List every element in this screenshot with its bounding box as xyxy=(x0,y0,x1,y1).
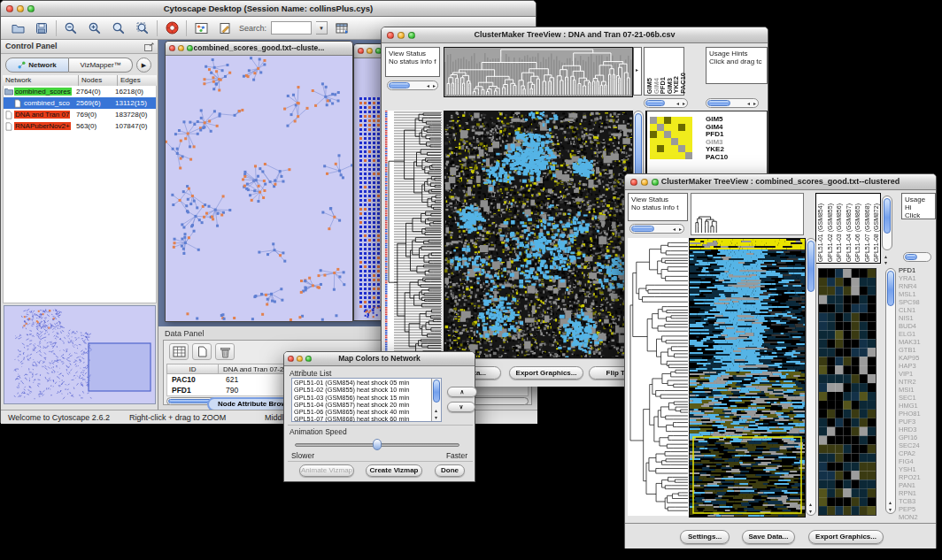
gene-label[interactable]: KAP95 xyxy=(899,354,937,362)
column-label[interactable]: GPL51-01 (GSM854) xyxy=(817,203,823,262)
close-button[interactable] xyxy=(288,356,294,362)
network-row[interactable]: DNA and Tran 07 769(0) 183728(0) xyxy=(4,109,156,120)
attribute-item[interactable]: GPL51-06 (GSM865) heat shock 40 min xyxy=(294,409,430,416)
minimize-button[interactable] xyxy=(641,179,648,186)
scroll-up-arrow[interactable]: ▴ xyxy=(889,500,892,505)
gene-label[interactable]: YRA1 xyxy=(899,274,937,282)
gene-label[interactable]: RPN1 xyxy=(899,489,937,497)
scroll-down-arrow[interactable]: ▾ xyxy=(884,260,887,265)
move-up-button[interactable]: ∧ xyxy=(447,387,477,397)
zoom-selected-button[interactable] xyxy=(133,19,152,37)
network-window-titlebar[interactable]: combined_scores_good.txt--cluste... xyxy=(166,42,352,56)
scroll-left-arrow[interactable]: ◂ xyxy=(747,101,750,106)
gene-label[interactable]: GTB1 xyxy=(899,346,937,354)
scroll-up-arrow[interactable]: ▴ xyxy=(884,254,887,259)
zoom-window-button[interactable] xyxy=(652,179,659,186)
label-vscrollbar[interactable] xyxy=(882,196,892,250)
search-input[interactable] xyxy=(271,21,312,35)
attribute-list[interactable]: GPL51-01 (GSM854) heat shock 05 minGPL51… xyxy=(291,378,442,422)
detail-vscrollbar[interactable]: ▴ ▾ xyxy=(885,268,896,514)
row-dendrogram[interactable] xyxy=(385,111,442,357)
annotation-button[interactable] xyxy=(215,19,235,37)
treeview-titlebar[interactable]: ClusterMaker TreeView : combined_scores_… xyxy=(625,174,936,190)
scroll-thumb[interactable] xyxy=(631,226,654,232)
column-label[interactable]: PAC10 xyxy=(680,73,687,94)
gene-label[interactable]: SPC98 xyxy=(899,298,937,306)
column-label[interactable]: GPL51-04 (GSM857) xyxy=(845,203,852,262)
treeview-button[interactable]: Save Data... xyxy=(742,530,795,544)
minimize-button[interactable] xyxy=(398,32,405,39)
minimize-button[interactable] xyxy=(297,356,303,362)
heatmap-canvas[interactable] xyxy=(689,238,806,518)
column-dendrogram[interactable] xyxy=(691,194,803,234)
network-row[interactable]: RNAPuberNov2+ 563(0) 107847(0) xyxy=(4,120,156,132)
scroll-down-arrow[interactable]: ▾ xyxy=(889,507,892,512)
status-hscrollbar[interactable]: ◂ ▸ xyxy=(629,224,684,234)
gene-label[interactable]: NTR2 xyxy=(899,378,937,386)
zoom-window-button[interactable] xyxy=(305,356,312,362)
scroll-right-arrow[interactable]: ▸ xyxy=(683,101,685,106)
birdseye-canvas[interactable] xyxy=(4,306,155,403)
hints-hscrollbar[interactable]: ◂ ▸ xyxy=(706,98,759,108)
summary-hscrollbar[interactable]: ◂ ▸ xyxy=(644,98,688,108)
speed-slider-thumb[interactable] xyxy=(373,439,382,450)
float-panel-button[interactable] xyxy=(144,42,154,56)
close-button[interactable] xyxy=(630,179,637,186)
dialog-button[interactable]: Animate Vizmap xyxy=(299,464,354,477)
open-file-button[interactable] xyxy=(8,19,27,37)
search-dropdown-button[interactable]: ▼ xyxy=(316,21,328,35)
scroll-left-arrow[interactable]: ◂ xyxy=(676,101,679,106)
gene-label[interactable]: HAP3 xyxy=(899,362,937,370)
col-id[interactable]: ID xyxy=(167,364,219,373)
row-dendrogram[interactable] xyxy=(628,238,689,516)
gene-label[interactable]: PFD1 xyxy=(899,266,937,274)
close-button[interactable] xyxy=(169,45,175,51)
birdseye-view[interactable] xyxy=(4,305,156,404)
attribute-vscrollbar[interactable]: ▴ ▾ xyxy=(431,379,441,421)
gene-label[interactable]: MSL1 xyxy=(899,290,937,298)
tab-network[interactable]: Network xyxy=(5,58,69,73)
dialog-titlebar[interactable]: Map Colors to Network xyxy=(284,352,475,366)
scroll-right-arrow[interactable]: ▸ xyxy=(679,226,682,232)
treeview-titlebar[interactable]: ClusterMaker TreeView : DNA and Tran 07-… xyxy=(382,27,768,43)
gene-label[interactable]: PUF3 xyxy=(899,418,937,426)
attribute-select-button[interactable] xyxy=(169,343,189,360)
dialog-button[interactable]: Create Vizmap xyxy=(366,464,422,477)
gene-label[interactable]: CLN1 xyxy=(899,306,937,314)
gene-label[interactable]: FIG4 xyxy=(899,457,937,465)
scroll-left-arrow[interactable]: ◂ xyxy=(673,226,676,232)
gene-label[interactable]: YSH1 xyxy=(899,465,937,473)
import-table-button[interactable] xyxy=(332,19,351,37)
gene-label[interactable]: MAK31 xyxy=(899,338,937,346)
overview-window-button[interactable] xyxy=(191,19,211,37)
scroll-right-arrow[interactable]: ▸ xyxy=(753,101,756,106)
scroll-thumb[interactable] xyxy=(389,82,410,88)
minimize-button[interactable] xyxy=(17,5,24,12)
delete-attribute-button[interactable] xyxy=(215,343,235,360)
close-button[interactable] xyxy=(387,32,394,39)
attribute-item[interactable]: GPL51-02 (GSM855) heat shock 10 min xyxy=(294,387,430,394)
zoom-in-button[interactable] xyxy=(85,19,104,37)
move-down-button[interactable]: ∨ xyxy=(447,402,475,412)
scroll-down-arrow[interactable]: ▾ xyxy=(435,415,437,420)
network-window-primary[interactable]: combined_scores_good.txt--cluste... xyxy=(165,41,353,322)
scroll-thumb[interactable] xyxy=(433,380,440,403)
treeview-button[interactable]: Settings... xyxy=(680,530,730,544)
gene-label[interactable]: HMG1 xyxy=(899,402,937,410)
scroll-down-arrow[interactable]: ▾ xyxy=(809,509,812,514)
gene-label[interactable]: BUD4 xyxy=(899,322,937,330)
network-row[interactable]: combined_sco 2569(6) 13112(15) xyxy=(4,97,156,109)
save-session-button[interactable] xyxy=(32,19,51,37)
scroll-thumb[interactable] xyxy=(884,198,891,234)
gene-label[interactable]: SEC24 xyxy=(899,441,937,449)
col-network[interactable]: Network xyxy=(3,75,79,86)
zoom-window-button[interactable] xyxy=(27,5,35,12)
column-label[interactable]: GPL51-06 (GSM865) xyxy=(854,203,861,262)
treeview-button[interactable]: Export Graphics... xyxy=(509,366,583,380)
dialog-button[interactable]: Done xyxy=(435,464,465,477)
gene-label[interactable]: GPI16 xyxy=(899,433,937,441)
gene-label[interactable]: ELG1 xyxy=(899,330,937,338)
scroll-thumb[interactable] xyxy=(807,241,815,292)
col-nodes[interactable]: Nodes xyxy=(79,75,118,86)
main-titlebar[interactable]: Cytoscape Desktop (Session Name: collins… xyxy=(1,1,536,17)
